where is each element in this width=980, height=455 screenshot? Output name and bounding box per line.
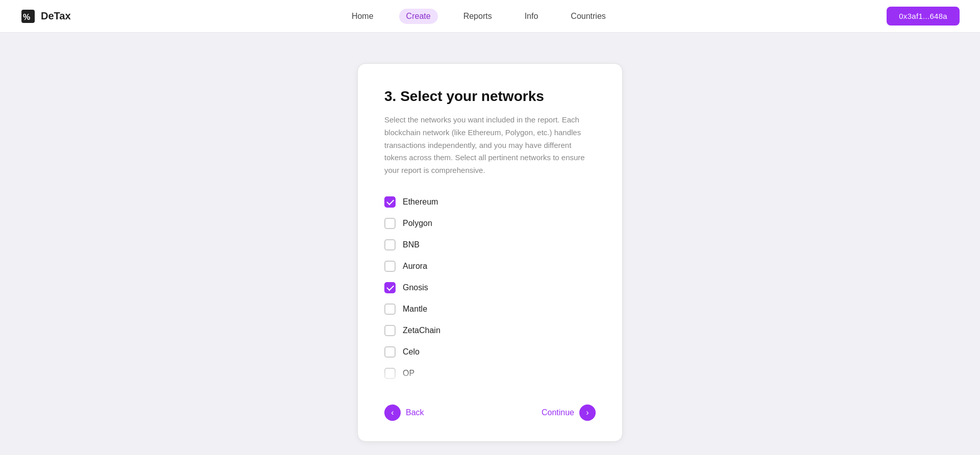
back-button[interactable]: ‹ Back <box>384 405 424 421</box>
continue-label: Continue <box>542 408 574 417</box>
network-label: BNB <box>403 240 420 249</box>
network-list-container: EthereumPolygonBNBAuroraGnosisMantleZeta… <box>384 191 596 385</box>
nav-reports[interactable]: Reports <box>456 9 499 24</box>
network-item[interactable]: Celo <box>384 341 596 363</box>
card-description: Select the networks you want included in… <box>384 114 596 177</box>
network-item[interactable]: ZetaChain <box>384 320 596 341</box>
network-label: Aurora <box>403 262 427 271</box>
svg-text:%: % <box>23 13 30 21</box>
network-item[interactable]: BNB <box>384 234 596 256</box>
network-checkbox[interactable] <box>384 261 396 272</box>
logo-text: DeTax <box>41 10 71 22</box>
network-label: Mantle <box>403 305 427 314</box>
network-item[interactable]: Ethereum <box>384 191 596 213</box>
continue-button[interactable]: Continue › <box>542 405 596 421</box>
network-label: Ethereum <box>403 197 438 207</box>
network-item[interactable]: Aurora <box>384 256 596 277</box>
back-icon: ‹ <box>384 405 401 421</box>
network-item[interactable]: OP <box>384 363 596 384</box>
network-checkbox[interactable] <box>384 304 396 315</box>
logo-area: % DeTax <box>20 9 71 24</box>
network-label: Polygon <box>403 219 432 228</box>
nav-countries[interactable]: Countries <box>564 9 612 24</box>
wallet-button[interactable]: 0x3af1...648a <box>887 7 960 26</box>
logo-icon: % <box>20 9 36 24</box>
network-label: Gnosis <box>403 283 428 292</box>
select-networks-card: 3. Select your networks Select the netwo… <box>357 63 623 442</box>
nav-create[interactable]: Create <box>399 9 438 24</box>
back-label: Back <box>406 408 424 417</box>
network-checkbox[interactable] <box>384 346 396 358</box>
network-checkbox[interactable] <box>384 368 396 379</box>
network-checkbox[interactable] <box>384 282 396 293</box>
main-content: 3. Select your networks Select the netwo… <box>0 33 980 455</box>
network-checkbox[interactable] <box>384 218 396 229</box>
network-checkbox[interactable] <box>384 239 396 250</box>
network-item[interactable]: Polygon <box>384 213 596 234</box>
network-label: OP <box>403 369 414 378</box>
card-title: 3. Select your networks <box>384 88 596 105</box>
network-label: ZetaChain <box>403 326 440 335</box>
network-label: Celo <box>403 347 420 357</box>
network-item[interactable]: Mantle <box>384 298 596 320</box>
nav-info[interactable]: Info <box>518 9 546 24</box>
continue-icon: › <box>579 405 596 421</box>
main-nav: Home Create Reports Info Countries <box>345 9 613 24</box>
network-list: EthereumPolygonBNBAuroraGnosisMantleZeta… <box>384 191 596 385</box>
card-navigation: ‹ Back Continue › <box>384 400 596 421</box>
network-checkbox[interactable] <box>384 325 396 336</box>
header: % DeTax Home Create Reports Info Countri… <box>0 0 980 33</box>
network-item[interactable]: Gnosis <box>384 277 596 298</box>
nav-home[interactable]: Home <box>345 9 381 24</box>
network-checkbox[interactable] <box>384 196 396 208</box>
network-item[interactable]: Base <box>384 384 596 385</box>
